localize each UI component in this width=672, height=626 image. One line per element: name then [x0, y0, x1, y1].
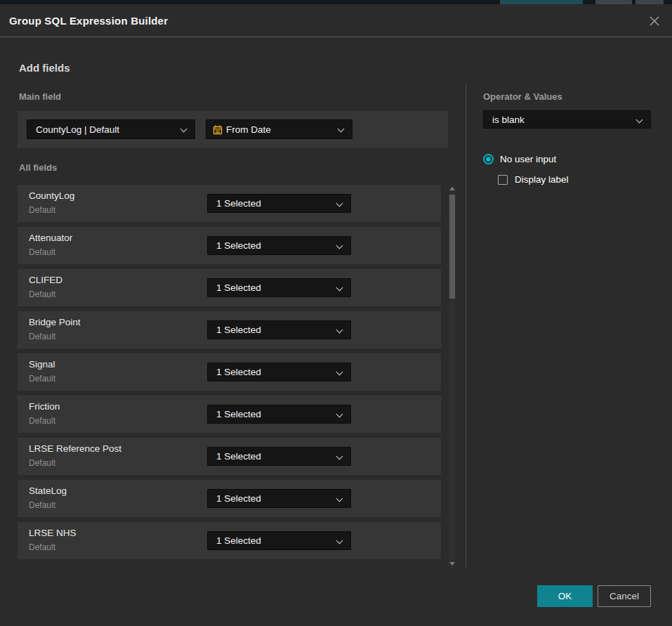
field-row: Friction Default 1 Selected: [18, 396, 441, 433]
field-selection-value: 1 Selected: [216, 367, 261, 377]
close-button[interactable]: [645, 12, 664, 30]
field-name: Signal: [29, 359, 55, 370]
field-selection-value: 1 Selected: [216, 198, 261, 209]
main-field-source-dropdown[interactable]: CountyLog | Default: [27, 119, 195, 139]
field-subtitle: Default: [29, 205, 55, 215]
field-selection-dropdown[interactable]: 1 Selected: [207, 489, 351, 508]
field-selection-value: 1 Selected: [216, 325, 261, 335]
field-row: LRSE Reference Post Default 1 Selected: [18, 438, 441, 475]
field-selection-dropdown[interactable]: 1 Selected: [207, 405, 351, 424]
chevron-down-icon: [336, 327, 343, 334]
field-row: Attenuator Default 1 Selected: [18, 227, 441, 264]
field-name: Bridge Point: [29, 317, 81, 327]
field-name: LRSE Reference Post: [29, 443, 121, 454]
radio-label: No user input: [500, 154, 556, 164]
dialog-titlebar: Group SQL Expression Builder: [0, 4, 672, 37]
field-subtitle: Default: [29, 500, 55, 510]
field-selection-dropdown[interactable]: 1 Selected: [207, 363, 351, 382]
chevron-down-icon: [336, 537, 343, 545]
operator-dropdown[interactable]: is blank: [483, 110, 651, 129]
field-selection-value: 1 Selected: [216, 493, 261, 504]
field-selection-dropdown[interactable]: 1 Selected: [207, 447, 351, 466]
scroll-up-icon[interactable]: [449, 187, 455, 190]
no-user-input-radio[interactable]: No user input: [483, 154, 556, 164]
chevron-down-icon: [336, 495, 343, 502]
field-selection-dropdown[interactable]: 1 Selected: [207, 531, 351, 550]
field-selection-dropdown[interactable]: 1 Selected: [207, 320, 351, 339]
main-field-field-dropdown[interactable]: From Date: [206, 119, 353, 139]
main-field-source-value: CountyLog | Default: [36, 124, 119, 135]
chevron-down-icon: [338, 126, 345, 133]
field-subtitle: Default: [29, 542, 55, 552]
close-icon: [649, 15, 660, 27]
group-sql-expression-builder-dialog: Group SQL Expression Builder Add fields …: [0, 4, 672, 626]
field-name: Attenuator: [29, 233, 72, 243]
fields-list-scrollbar[interactable]: [449, 185, 456, 568]
field-selection-dropdown[interactable]: 1 Selected: [207, 194, 351, 213]
field-subtitle: Default: [29, 289, 55, 299]
field-selection-dropdown[interactable]: 1 Selected: [207, 278, 351, 297]
radio-icon: [483, 154, 494, 164]
ok-button[interactable]: OK: [537, 585, 593, 607]
panel-divider: [466, 84, 466, 568]
field-selection-dropdown[interactable]: 1 Selected: [207, 236, 351, 255]
operator-values-heading: Operator & Values: [483, 91, 562, 102]
field-name: Friction: [29, 401, 60, 412]
field-subtitle: Default: [29, 374, 55, 384]
chevron-down-icon: [336, 411, 343, 418]
main-field-label: Main field: [19, 91, 61, 102]
add-fields-heading: Add fields: [19, 62, 70, 74]
field-selection-value: 1 Selected: [216, 282, 261, 293]
chevron-down-icon: [180, 126, 187, 133]
field-row: CountyLog Default 1 Selected: [18, 185, 441, 222]
field-name: LRSE NHS: [29, 528, 77, 538]
field-selection-value: 1 Selected: [216, 451, 261, 462]
main-field-panel: CountyLog | Default From Date: [18, 111, 448, 148]
cancel-button[interactable]: Cancel: [598, 585, 651, 607]
calendar-icon: [212, 124, 223, 136]
display-label-checkbox[interactable]: Display label: [498, 174, 569, 185]
all-fields-label: All fields: [19, 162, 57, 173]
field-subtitle: Default: [29, 247, 55, 257]
field-selection-value: 1 Selected: [216, 240, 261, 251]
field-subtitle: Default: [29, 332, 55, 341]
checkbox-icon: [498, 175, 508, 185]
field-subtitle: Default: [29, 416, 55, 426]
scrollbar-thumb[interactable]: [449, 195, 455, 299]
main-field-field-value: From Date: [226, 124, 271, 135]
field-row: StateLog Default 1 Selected: [18, 480, 441, 517]
field-subtitle: Default: [29, 458, 55, 468]
field-row: CLIFED Default 1 Selected: [18, 269, 441, 306]
field-row: Signal Default 1 Selected: [18, 353, 441, 391]
operator-value: is blank: [492, 115, 525, 125]
field-row: Bridge Point Default 1 Selected: [18, 311, 441, 348]
chevron-down-icon: [336, 200, 343, 207]
field-row: LRSE NHS Default 1 Selected: [18, 522, 441, 559]
chevron-down-icon: [336, 242, 343, 249]
field-name: CLIFED: [29, 275, 62, 285]
checkbox-label: Display label: [515, 174, 569, 185]
chevron-down-icon: [336, 369, 343, 376]
dialog-title: Group SQL Expression Builder: [9, 15, 168, 27]
chevron-down-icon: [636, 117, 643, 124]
chevron-down-icon: [336, 285, 343, 292]
chevron-down-icon: [336, 453, 343, 460]
field-name: StateLog: [29, 485, 67, 496]
field-name: CountyLog: [29, 190, 74, 201]
scroll-down-icon[interactable]: [449, 562, 455, 566]
field-selection-value: 1 Selected: [216, 535, 261, 546]
field-selection-value: 1 Selected: [216, 409, 261, 419]
